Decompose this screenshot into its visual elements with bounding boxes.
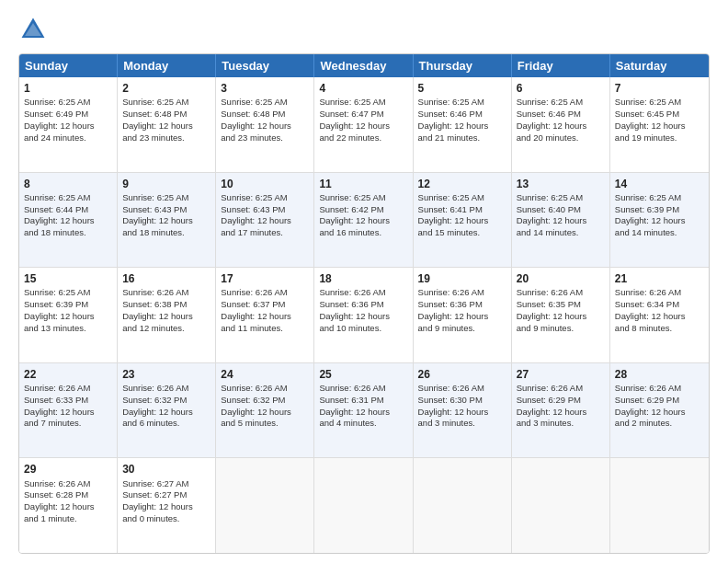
day-info-line: Daylight: 12 hours <box>24 121 112 132</box>
empty-cell <box>512 458 610 553</box>
day-info-line: Daylight: 12 hours <box>319 311 407 323</box>
day-info-line: Sunset: 6:28 PM <box>24 489 112 501</box>
day-cell-24: 24Sunrise: 6:26 AMSunset: 6:32 PMDayligh… <box>216 363 314 458</box>
day-info-line: and 6 minutes. <box>122 418 210 430</box>
day-cell-28: 28Sunrise: 6:26 AMSunset: 6:29 PMDayligh… <box>610 363 709 458</box>
calendar: SundayMondayTuesdayWednesdayThursdayFrid… <box>18 53 710 554</box>
day-info-line: Sunrise: 6:25 AM <box>122 192 210 204</box>
day-info-line: Daylight: 12 hours <box>122 407 210 419</box>
day-number: 18 <box>319 271 407 286</box>
day-cell-15: 15Sunrise: 6:25 AMSunset: 6:39 PMDayligh… <box>19 268 118 362</box>
day-cell-7: 7Sunrise: 6:25 AMSunset: 6:45 PMDaylight… <box>610 77 709 172</box>
day-info-line: Daylight: 12 hours <box>221 215 309 227</box>
day-info-line: Sunrise: 6:25 AM <box>221 97 309 109</box>
day-info-line: and 23 minutes. <box>122 132 210 144</box>
day-cell-25: 25Sunrise: 6:26 AMSunset: 6:31 PMDayligh… <box>314 363 413 458</box>
day-info-line: and 23 minutes. <box>221 132 309 144</box>
day-cell-12: 12Sunrise: 6:25 AMSunset: 6:41 PMDayligh… <box>414 173 512 268</box>
day-info-line: and 10 minutes. <box>319 323 407 335</box>
day-info-line: Sunrise: 6:25 AM <box>517 192 605 204</box>
day-info-line: Sunrise: 6:25 AM <box>615 192 704 204</box>
logo-icon <box>18 15 48 44</box>
day-cell-3: 3Sunrise: 6:25 AMSunset: 6:48 PMDaylight… <box>216 77 314 172</box>
day-cell-23: 23Sunrise: 6:26 AMSunset: 6:32 PMDayligh… <box>118 363 216 458</box>
day-number: 5 <box>418 81 506 96</box>
day-info-line: Sunset: 6:30 PM <box>418 395 506 407</box>
day-info-line: Sunset: 6:43 PM <box>122 204 210 216</box>
day-info-line: Sunrise: 6:26 AM <box>517 287 605 299</box>
day-info-line: Daylight: 12 hours <box>615 311 704 323</box>
day-cell-1: 1Sunrise: 6:25 AMSunset: 6:49 PMDaylight… <box>19 77 118 172</box>
day-number: 25 <box>319 367 407 382</box>
day-info-line: Daylight: 12 hours <box>122 215 210 227</box>
day-info-line: and 5 minutes. <box>221 418 309 430</box>
day-info-line: Daylight: 12 hours <box>418 407 506 419</box>
day-info-line: Sunset: 6:33 PM <box>24 395 112 407</box>
day-cell-11: 11Sunrise: 6:25 AMSunset: 6:42 PMDayligh… <box>314 173 413 268</box>
day-info-line: Daylight: 12 hours <box>221 407 309 419</box>
day-cell-19: 19Sunrise: 6:26 AMSunset: 6:36 PMDayligh… <box>414 268 512 362</box>
day-cell-13: 13Sunrise: 6:25 AMSunset: 6:40 PMDayligh… <box>512 173 610 268</box>
day-info-line: Sunset: 6:45 PM <box>615 109 704 121</box>
day-info-line: Daylight: 12 hours <box>122 311 210 323</box>
day-info-line: Sunset: 6:46 PM <box>418 109 506 121</box>
day-info-line: Sunrise: 6:25 AM <box>24 192 112 204</box>
header-day-saturday: Saturday <box>610 54 709 77</box>
header-day-friday: Friday <box>512 54 610 77</box>
day-number: 12 <box>418 177 506 191</box>
day-info-line: Sunrise: 6:25 AM <box>319 192 407 204</box>
calendar-row-5: 29Sunrise: 6:26 AMSunset: 6:28 PMDayligh… <box>19 457 709 553</box>
header-day-wednesday: Wednesday <box>314 54 413 77</box>
header-day-sunday: Sunday <box>19 54 118 77</box>
day-number: 8 <box>24 177 112 191</box>
day-info-line: and 11 minutes. <box>221 323 309 335</box>
day-info-line: Sunrise: 6:26 AM <box>615 383 704 395</box>
day-info-line: Sunset: 6:48 PM <box>122 109 210 121</box>
day-info-line: Sunrise: 6:25 AM <box>122 97 210 109</box>
day-info-line: Sunrise: 6:25 AM <box>24 97 112 109</box>
day-info-line: and 19 minutes. <box>615 132 704 144</box>
day-info-line: Sunset: 6:32 PM <box>221 395 309 407</box>
day-info-line: Sunset: 6:47 PM <box>319 109 407 121</box>
day-info-line: Sunset: 6:46 PM <box>517 109 605 121</box>
day-cell-16: 16Sunrise: 6:26 AMSunset: 6:38 PMDayligh… <box>118 268 216 362</box>
day-info-line: Sunset: 6:38 PM <box>122 299 210 311</box>
day-info-line: Sunrise: 6:25 AM <box>615 97 704 109</box>
day-info-line: Daylight: 12 hours <box>24 311 112 323</box>
header-day-monday: Monday <box>118 54 216 77</box>
day-number: 17 <box>221 271 309 286</box>
day-info-line: Sunset: 6:48 PM <box>221 109 309 121</box>
day-info-line: and 21 minutes. <box>418 132 506 144</box>
day-cell-22: 22Sunrise: 6:26 AMSunset: 6:33 PMDayligh… <box>19 363 118 458</box>
day-info-line: Sunset: 6:41 PM <box>418 204 506 216</box>
day-number: 24 <box>221 367 309 382</box>
day-info-line: Sunrise: 6:27 AM <box>122 478 210 490</box>
day-cell-18: 18Sunrise: 6:26 AMSunset: 6:36 PMDayligh… <box>314 268 413 362</box>
day-info-line: Sunset: 6:36 PM <box>319 299 407 311</box>
day-cell-2: 2Sunrise: 6:25 AMSunset: 6:48 PMDaylight… <box>118 77 216 172</box>
day-info-line: Sunset: 6:43 PM <box>221 204 309 216</box>
day-number: 9 <box>122 177 210 191</box>
day-cell-10: 10Sunrise: 6:25 AMSunset: 6:43 PMDayligh… <box>216 173 314 268</box>
day-info-line: Daylight: 12 hours <box>615 121 704 132</box>
day-info-line: Daylight: 12 hours <box>24 501 112 513</box>
day-info-line: Sunrise: 6:26 AM <box>319 383 407 395</box>
day-info-line: Sunrise: 6:26 AM <box>319 287 407 299</box>
day-info-line: Sunset: 6:35 PM <box>517 299 605 311</box>
day-info-line: and 3 minutes. <box>517 418 605 430</box>
day-info-line: Sunset: 6:29 PM <box>615 395 704 407</box>
day-info-line: and 9 minutes. <box>418 323 506 335</box>
day-info-line: Sunrise: 6:26 AM <box>122 287 210 299</box>
day-info-line: Sunrise: 6:26 AM <box>517 383 605 395</box>
empty-cell <box>610 458 709 553</box>
day-info-line: and 12 minutes. <box>122 323 210 335</box>
day-cell-8: 8Sunrise: 6:25 AMSunset: 6:44 PMDaylight… <box>19 173 118 268</box>
day-info-line: and 0 minutes. <box>122 513 210 525</box>
day-info-line: Sunset: 6:42 PM <box>319 204 407 216</box>
day-info-line: Daylight: 12 hours <box>319 407 407 419</box>
day-info-line: Sunrise: 6:26 AM <box>221 383 309 395</box>
day-info-line: Daylight: 12 hours <box>517 407 605 419</box>
day-info-line: Daylight: 12 hours <box>517 121 605 132</box>
header <box>18 15 710 44</box>
day-info-line: Sunset: 6:40 PM <box>517 204 605 216</box>
